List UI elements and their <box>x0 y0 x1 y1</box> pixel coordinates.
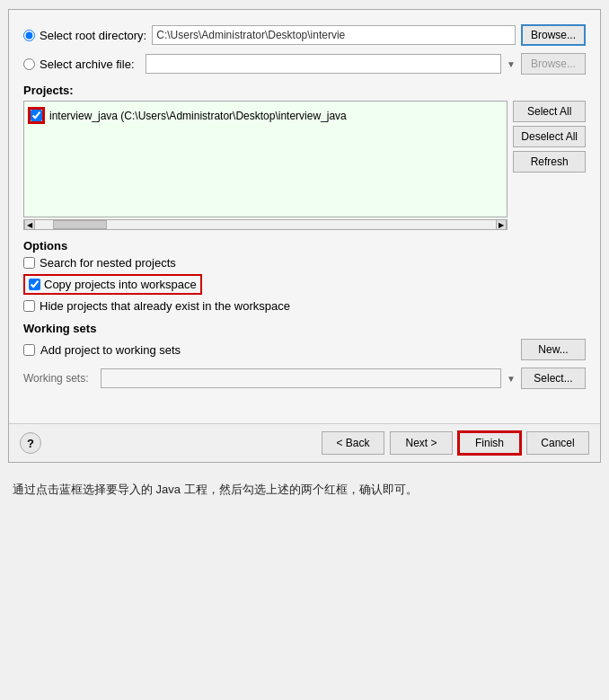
add-to-sets-row: Add project to working sets New... <box>23 339 586 360</box>
copy-projects-label: Copy projects into workspace <box>44 278 197 291</box>
scrollbar-thumb[interactable] <box>53 220 107 229</box>
horizontal-scrollbar[interactable]: ◀ ▶ <box>23 219 508 230</box>
description-text: 通过点击蓝框选择要导入的 Java 工程，然后勾选上述的两个红框，确认即可。 <box>0 472 609 505</box>
projects-buttons: Select All Deselect All Refresh <box>513 101 586 230</box>
project-checkbox[interactable] <box>31 110 42 121</box>
hide-existing-row: Hide projects that already exist in the … <box>23 299 586 313</box>
hide-existing-checkbox[interactable] <box>23 300 35 312</box>
search-nested-row: Search for nested projects <box>23 256 586 270</box>
hide-existing-label: Hide projects that already exist in the … <box>40 299 290 313</box>
help-button[interactable]: ? <box>20 432 41 454</box>
browse-archive-button: Browse... <box>521 53 586 75</box>
archive-file-radio[interactable] <box>23 58 35 70</box>
working-sets-row: Working sets: ▼ Select... <box>23 368 586 389</box>
projects-container: interview_java (C:\Users\Administrator\D… <box>23 101 586 230</box>
working-sets-input[interactable] <box>101 368 501 388</box>
dialog-content: Select root directory: Browse... Select … <box>9 10 600 396</box>
options-section: Options Search for nested projects Copy … <box>23 239 586 313</box>
options-label: Options <box>23 239 586 253</box>
copy-projects-row: Copy projects into workspace <box>23 274 586 295</box>
root-directory-input[interactable] <box>152 25 516 45</box>
select-button[interactable]: Select... <box>521 368 586 389</box>
add-to-sets-checkbox[interactable] <box>23 344 35 356</box>
archive-file-input[interactable] <box>146 54 501 74</box>
next-button[interactable]: Next > <box>390 431 453 455</box>
refresh-button[interactable]: Refresh <box>513 151 586 173</box>
root-directory-row: Select root directory: Browse... <box>23 24 586 46</box>
working-sets-section: Working sets Add project to working sets… <box>23 322 586 389</box>
archive-file-radio-label[interactable]: Select archive file: <box>23 58 140 71</box>
root-directory-radio[interactable] <box>23 30 35 41</box>
cancel-button[interactable]: Cancel <box>526 431 589 455</box>
back-button[interactable]: < Back <box>322 431 384 455</box>
description-content: 通过点击蓝框选择要导入的 Java 工程，然后勾选上述的两个红框，确认即可。 <box>13 483 418 496</box>
project-item-label: interview_java (C:\Users\Administrator\D… <box>49 110 347 122</box>
projects-list[interactable]: interview_java (C:\Users\Administrator\D… <box>23 101 508 217</box>
archive-dropdown-arrow: ▼ <box>507 59 516 69</box>
project-checkbox-wrapper <box>28 107 45 124</box>
working-sets-dropdown-arrow: ▼ <box>507 374 516 384</box>
root-directory-radio-label[interactable]: Select root directory: <box>23 29 146 42</box>
select-all-button[interactable]: Select All <box>513 101 586 122</box>
import-dialog: Select root directory: Browse... Select … <box>8 9 601 463</box>
finish-button[interactable]: Finish <box>458 431 521 455</box>
archive-file-label: Select archive file: <box>40 58 135 71</box>
projects-label: Projects: <box>23 84 586 97</box>
deselect-all-button[interactable]: Deselect All <box>513 126 586 147</box>
list-item: interview_java (C:\Users\Administrator\D… <box>28 105 503 126</box>
copy-projects-wrapper: Copy projects into workspace <box>23 274 202 295</box>
add-to-sets-label: Add project to working sets <box>40 343 181 357</box>
browse-root-button[interactable]: Browse... <box>521 24 586 46</box>
copy-projects-checkbox[interactable] <box>29 279 40 290</box>
working-sets-label: Working sets <box>23 322 586 335</box>
scroll-left-arrow[interactable]: ◀ <box>24 219 35 230</box>
scroll-right-arrow[interactable]: ▶ <box>496 219 507 230</box>
new-button[interactable]: New... <box>521 339 586 360</box>
archive-file-row: Select archive file: ▼ Browse... <box>23 53 586 75</box>
search-nested-label: Search for nested projects <box>40 256 176 270</box>
projects-list-area: interview_java (C:\Users\Administrator\D… <box>23 101 508 230</box>
working-sets-input-label: Working sets: <box>23 372 95 385</box>
dialog-footer: ? < Back Next > Finish Cancel <box>9 423 600 462</box>
search-nested-checkbox[interactable] <box>23 257 35 269</box>
root-directory-label: Select root directory: <box>40 29 146 42</box>
